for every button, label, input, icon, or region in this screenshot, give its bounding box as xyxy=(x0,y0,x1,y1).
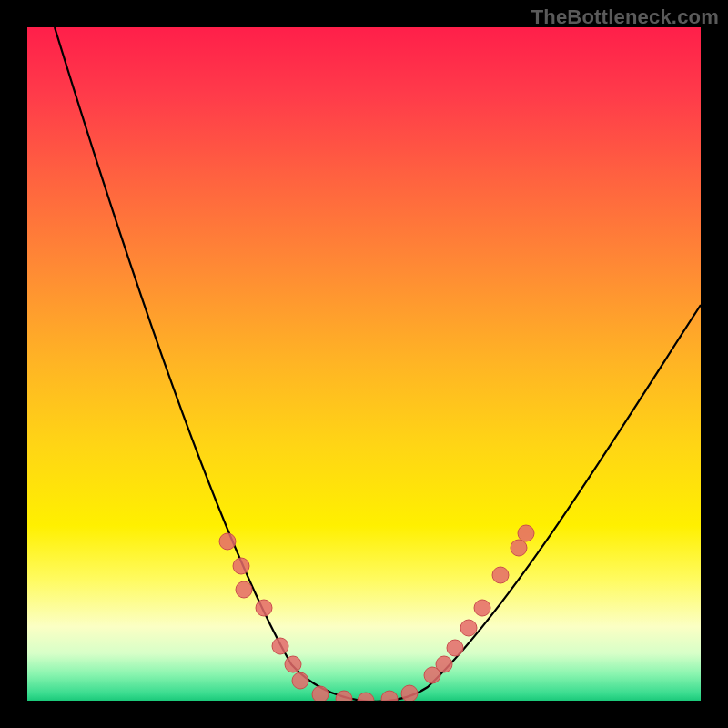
data-dot xyxy=(447,640,463,656)
data-dot xyxy=(511,540,527,556)
plot-area xyxy=(27,27,701,701)
chart-frame: TheBottleneck.com xyxy=(0,0,728,728)
data-dot xyxy=(474,600,490,616)
bottleneck-curve xyxy=(55,27,701,701)
data-dot xyxy=(518,525,534,541)
data-dot xyxy=(233,558,249,574)
watermark-text: TheBottleneck.com xyxy=(531,5,719,29)
data-dot xyxy=(236,581,252,598)
data-dot xyxy=(219,533,236,550)
chart-svg xyxy=(27,27,701,701)
data-dot xyxy=(312,686,329,701)
data-dot xyxy=(381,691,398,701)
data-dot xyxy=(460,620,477,636)
data-dot xyxy=(436,656,452,672)
data-dot xyxy=(358,693,374,701)
data-dot xyxy=(336,691,352,701)
data-dot xyxy=(401,685,418,701)
data-dot xyxy=(492,567,509,583)
dots-group xyxy=(219,525,534,701)
data-dot xyxy=(272,638,288,654)
data-dot xyxy=(256,600,272,616)
data-dot xyxy=(285,656,301,672)
data-dot xyxy=(292,672,308,689)
